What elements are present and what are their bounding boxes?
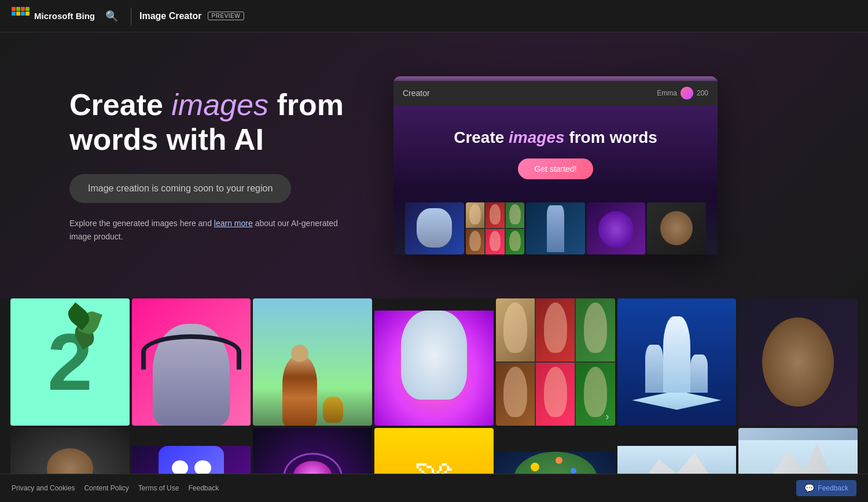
oldman-figure xyxy=(282,356,317,426)
city-building-left xyxy=(645,345,663,393)
bing-logo[interactable]: Microsoft Bing xyxy=(12,7,95,25)
portrait-grid xyxy=(496,298,615,426)
portrait-cell-1 xyxy=(496,298,535,361)
main-header: Microsoft Bing 🔍 Image Creator PREVIEW xyxy=(0,0,868,32)
preview-img-3 xyxy=(526,202,585,254)
flower-dot-3 xyxy=(571,468,576,474)
preview-title-italic: images xyxy=(509,128,565,146)
dog-figure xyxy=(323,397,343,423)
feedback-icon: 💬 xyxy=(804,483,814,493)
search-button[interactable]: 🔍 xyxy=(101,5,123,27)
preview-badge: PREVIEW xyxy=(208,12,245,20)
footer-links: Privacy and Cookies Content Policy Terms… xyxy=(12,484,219,492)
preview-coins: 200 xyxy=(697,89,708,97)
hero-title: Create images from words with AI xyxy=(69,88,359,157)
oldman-head xyxy=(291,345,308,362)
gallery-item-statue[interactable] xyxy=(132,298,251,426)
coming-soon-button[interactable]: Image creation is coming soon to your re… xyxy=(69,174,291,203)
hero-title-italic: images xyxy=(171,88,269,121)
hero-left-content: Create images from words with AI Image c… xyxy=(69,88,359,243)
portrait-cell-4 xyxy=(496,363,535,426)
gallery-section: 2 xyxy=(0,298,868,502)
preview-image-row xyxy=(405,202,706,254)
privacy-cookies-link[interactable]: Privacy and Cookies xyxy=(12,484,75,492)
page-footer: Privacy and Cookies Content Policy Terms… xyxy=(0,474,868,502)
gallery-item-city[interactable] xyxy=(617,298,737,426)
preview-img-4 xyxy=(587,202,646,254)
product-name: Image Creator xyxy=(139,11,202,21)
preview-tab-label: Creator xyxy=(403,88,430,98)
extra-pug-shape xyxy=(762,318,833,407)
preview-header-bar xyxy=(393,76,718,81)
preview-user-name: Emma xyxy=(657,89,677,97)
learn-more-link[interactable]: learn more xyxy=(214,219,253,228)
preview-window-inner: Creator Emma 200 Create images from word… xyxy=(393,76,718,254)
preview-avatar xyxy=(681,87,693,99)
preview-title-part1: Create xyxy=(454,128,509,146)
portrait-cell-3 xyxy=(576,298,615,361)
preview-user: Emma 200 xyxy=(657,87,708,99)
scroll-arrow: › xyxy=(606,411,609,423)
portrait-cell-2 xyxy=(536,298,575,361)
portrait-cell-5 xyxy=(536,363,575,426)
city-building-right xyxy=(690,355,708,393)
header-divider xyxy=(131,8,131,25)
bust-shape xyxy=(153,324,230,426)
windows-logo-icon xyxy=(12,7,30,25)
bust-container xyxy=(132,298,251,426)
gallery-item-extra[interactable] xyxy=(738,298,858,426)
city-base xyxy=(632,391,721,410)
product-label: Image Creator PREVIEW xyxy=(139,11,244,21)
content-policy-link[interactable]: Content Policy xyxy=(84,484,128,492)
search-icon: 🔍 xyxy=(105,10,118,22)
preview-content: Create images from words Get started! xyxy=(393,105,718,254)
city-shape xyxy=(632,315,721,410)
brand-label: Microsoft Bing xyxy=(34,11,95,21)
feedback-button[interactable]: 💬 Feedback xyxy=(796,480,856,496)
hero-title-part1: Create xyxy=(69,88,171,121)
gallery-item-number2[interactable]: 2 xyxy=(10,298,130,426)
description-text: Explore the generated images here and xyxy=(69,219,214,228)
flower-dot-1 xyxy=(531,463,539,471)
get-started-button[interactable]: Get started! xyxy=(518,158,593,179)
gallery-grid: 2 xyxy=(10,298,858,502)
astro-container xyxy=(374,311,494,426)
hero-section: Create images from words with AI Image c… xyxy=(0,32,868,298)
hero-description: Explore the generated images here and le… xyxy=(69,217,359,243)
headphones xyxy=(141,334,242,370)
gallery-item-astronaut[interactable] xyxy=(374,298,494,426)
preview-title-part2: from words xyxy=(569,128,657,146)
preview-img-5 xyxy=(647,202,706,254)
flower-dot-2 xyxy=(556,457,562,464)
extra-item-content xyxy=(738,298,858,426)
city-container xyxy=(617,298,737,426)
feedback-button-label: Feedback xyxy=(818,484,848,492)
gallery-item-oldman[interactable] xyxy=(253,298,372,426)
preview-top-bar: Creator Emma 200 xyxy=(393,81,718,105)
preview-title: Create images from words xyxy=(405,128,706,147)
preview-img-2 xyxy=(466,202,525,254)
terms-of-use-link[interactable]: Terms of Use xyxy=(138,484,179,492)
hero-preview-window: Creator Emma 200 Create images from word… xyxy=(393,76,718,254)
astro-figure xyxy=(401,311,466,400)
city-tower xyxy=(663,316,690,393)
oldman-container xyxy=(253,298,372,426)
feedback-footer-link[interactable]: Feedback xyxy=(188,484,219,492)
preview-img-1 xyxy=(405,202,464,254)
gallery-item-portrait[interactable]: › xyxy=(496,298,615,426)
